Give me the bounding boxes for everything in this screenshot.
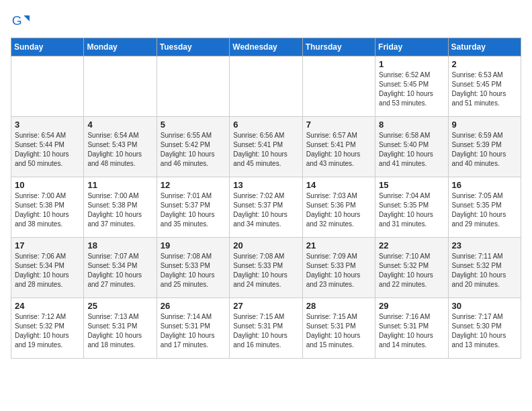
day-number: 13 [233,180,298,190]
day-info: Sunrise: 7:12 AM Sunset: 5:32 PM Dayligh… [15,312,80,350]
day-number: 3 [15,120,80,130]
day-info: Sunrise: 7:11 AM Sunset: 5:32 PM Dayligh… [452,252,517,289]
calendar-cell: 11Sunrise: 7:00 AM Sunset: 5:38 PM Dayli… [84,177,157,238]
day-number: 28 [306,301,371,311]
day-info: Sunrise: 7:01 AM Sunset: 5:37 PM Dayligh… [161,191,226,229]
day-number: 24 [15,301,80,311]
day-info: Sunrise: 7:03 AM Sunset: 5:36 PM Dayligh… [306,191,371,229]
calendar-cell [157,56,229,117]
day-number: 6 [233,120,298,130]
calendar-cell [230,56,302,117]
day-number: 19 [161,240,226,250]
day-info: Sunrise: 6:54 AM Sunset: 5:43 PM Dayligh… [87,131,152,169]
day-number: 20 [233,240,298,250]
day-info: Sunrise: 7:09 AM Sunset: 5:33 PM Dayligh… [306,252,371,289]
day-info: Sunrise: 7:13 AM Sunset: 5:31 PM Dayligh… [87,312,152,350]
day-info: Sunrise: 7:02 AM Sunset: 5:37 PM Dayligh… [233,191,298,229]
calendar-cell: 10Sunrise: 7:00 AM Sunset: 5:38 PM Dayli… [11,177,84,238]
day-info: Sunrise: 7:14 AM Sunset: 5:31 PM Dayligh… [161,312,226,350]
calendar-week-row: 3Sunrise: 6:54 AM Sunset: 5:44 PM Daylig… [11,117,521,177]
weekday-header: Wednesday [230,38,302,56]
day-number: 11 [87,180,152,190]
calendar-cell: 24Sunrise: 7:12 AM Sunset: 5:32 PM Dayli… [11,298,84,359]
calendar-cell: 17Sunrise: 7:06 AM Sunset: 5:34 PM Dayli… [11,238,84,298]
day-number: 7 [306,120,371,130]
day-info: Sunrise: 7:05 AM Sunset: 5:35 PM Dayligh… [452,191,517,229]
day-info: Sunrise: 6:52 AM Sunset: 5:45 PM Dayligh… [379,71,444,108]
day-info: Sunrise: 6:55 AM Sunset: 5:42 PM Dayligh… [161,131,226,169]
day-info: Sunrise: 6:59 AM Sunset: 5:39 PM Dayligh… [452,131,517,169]
day-info: Sunrise: 7:10 AM Sunset: 5:32 PM Dayligh… [379,252,444,289]
calendar-cell: 2Sunrise: 6:53 AM Sunset: 5:45 PM Daylig… [448,56,521,117]
day-number: 16 [452,180,517,190]
calendar-cell: 6Sunrise: 6:56 AM Sunset: 5:41 PM Daylig… [230,117,302,177]
calendar-cell: 8Sunrise: 6:58 AM Sunset: 5:40 PM Daylig… [375,117,448,177]
calendar-cell: 27Sunrise: 7:15 AM Sunset: 5:31 PM Dayli… [230,298,302,359]
day-info: Sunrise: 7:15 AM Sunset: 5:31 PM Dayligh… [306,312,371,350]
calendar-cell: 19Sunrise: 7:08 AM Sunset: 5:33 PM Dayli… [157,238,229,298]
day-info: Sunrise: 6:57 AM Sunset: 5:41 PM Dayligh… [306,131,371,169]
calendar-cell: 15Sunrise: 7:04 AM Sunset: 5:35 PM Dayli… [375,177,448,238]
day-info: Sunrise: 7:04 AM Sunset: 5:35 PM Dayligh… [379,191,444,229]
calendar-cell: 13Sunrise: 7:02 AM Sunset: 5:37 PM Dayli… [230,177,302,238]
day-number: 15 [379,180,444,190]
day-number: 25 [87,301,152,311]
calendar-cell: 25Sunrise: 7:13 AM Sunset: 5:31 PM Dayli… [84,298,157,359]
calendar-cell: 7Sunrise: 6:57 AM Sunset: 5:41 PM Daylig… [302,117,375,177]
calendar-cell: 28Sunrise: 7:15 AM Sunset: 5:31 PM Dayli… [302,298,375,359]
day-number: 10 [15,180,80,190]
day-number: 23 [452,240,517,250]
page-header: G [11,11,521,30]
day-info: Sunrise: 7:16 AM Sunset: 5:31 PM Dayligh… [379,312,444,350]
weekday-header: Monday [84,38,157,56]
day-number: 29 [379,301,444,311]
calendar-cell: 20Sunrise: 7:08 AM Sunset: 5:33 PM Dayli… [230,238,302,298]
day-info: Sunrise: 7:15 AM Sunset: 5:31 PM Dayligh… [233,312,298,350]
calendar-cell: 18Sunrise: 7:07 AM Sunset: 5:34 PM Dayli… [84,238,157,298]
calendar-cell: 16Sunrise: 7:05 AM Sunset: 5:35 PM Dayli… [448,177,521,238]
calendar-week-row: 10Sunrise: 7:00 AM Sunset: 5:38 PM Dayli… [11,177,521,238]
calendar-cell [84,56,157,117]
logo-icon: G [11,11,30,30]
day-info: Sunrise: 7:08 AM Sunset: 5:33 PM Dayligh… [161,252,226,289]
calendar-cell: 21Sunrise: 7:09 AM Sunset: 5:33 PM Dayli… [302,238,375,298]
day-number: 30 [452,301,517,311]
calendar-cell [11,56,84,117]
calendar-cell: 9Sunrise: 6:59 AM Sunset: 5:39 PM Daylig… [448,117,521,177]
svg-text:G: G [12,13,22,28]
calendar-cell: 5Sunrise: 6:55 AM Sunset: 5:42 PM Daylig… [157,117,229,177]
weekday-header: Thursday [302,38,375,56]
logo: G [11,11,32,30]
day-number: 21 [306,240,371,250]
calendar: SundayMondayTuesdayWednesdayThursdayFrid… [11,38,521,359]
day-number: 22 [379,240,444,250]
weekday-header: Saturday [448,38,521,56]
weekday-header: Tuesday [157,38,229,56]
calendar-cell: 4Sunrise: 6:54 AM Sunset: 5:43 PM Daylig… [84,117,157,177]
weekday-header: Friday [375,38,448,56]
svg-marker-1 [24,15,30,21]
calendar-cell: 12Sunrise: 7:01 AM Sunset: 5:37 PM Dayli… [157,177,229,238]
day-number: 1 [379,59,444,69]
day-number: 4 [87,120,152,130]
day-info: Sunrise: 7:17 AM Sunset: 5:30 PM Dayligh… [452,312,517,350]
day-number: 17 [15,240,80,250]
calendar-body: 1Sunrise: 6:52 AM Sunset: 5:45 PM Daylig… [11,56,521,359]
calendar-week-row: 1Sunrise: 6:52 AM Sunset: 5:45 PM Daylig… [11,56,521,117]
calendar-cell: 1Sunrise: 6:52 AM Sunset: 5:45 PM Daylig… [375,56,448,117]
day-number: 2 [452,59,517,69]
day-number: 27 [233,301,298,311]
day-number: 12 [161,180,226,190]
calendar-cell [302,56,375,117]
calendar-cell: 30Sunrise: 7:17 AM Sunset: 5:30 PM Dayli… [448,298,521,359]
day-info: Sunrise: 6:54 AM Sunset: 5:44 PM Dayligh… [15,131,80,169]
day-info: Sunrise: 7:06 AM Sunset: 5:34 PM Dayligh… [15,252,80,289]
weekday-header: Sunday [11,38,84,56]
calendar-cell: 3Sunrise: 6:54 AM Sunset: 5:44 PM Daylig… [11,117,84,177]
day-info: Sunrise: 6:56 AM Sunset: 5:41 PM Dayligh… [233,131,298,169]
calendar-cell: 14Sunrise: 7:03 AM Sunset: 5:36 PM Dayli… [302,177,375,238]
day-number: 5 [161,120,226,130]
calendar-cell: 23Sunrise: 7:11 AM Sunset: 5:32 PM Dayli… [448,238,521,298]
day-info: Sunrise: 7:08 AM Sunset: 5:33 PM Dayligh… [233,252,298,289]
day-number: 14 [306,180,371,190]
